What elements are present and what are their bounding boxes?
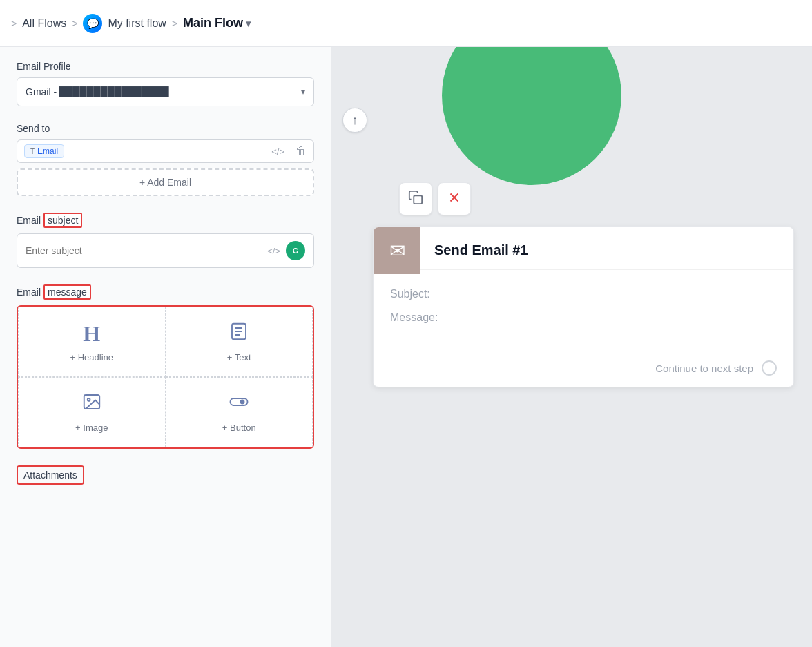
breadcrumb-chevron-1: >	[11, 18, 17, 29]
continue-label: Continue to next step	[655, 363, 753, 374]
image-icon	[81, 392, 102, 417]
email-profile-select[interactable]: Gmail - ████████████████ ▾	[17, 77, 314, 106]
breadcrumb-main-flow[interactable]: Main Flow ▾	[183, 16, 251, 30]
breadcrumb-flow-name[interactable]: My first flow	[108, 17, 166, 30]
headline-icon: H	[83, 321, 100, 347]
email-message-prefix: Email	[17, 287, 41, 298]
content-block-text[interactable]: + Text	[166, 307, 313, 377]
email-message-highlight: message	[44, 284, 91, 300]
email-card: ✉ Send Email #1 Subject: Message: Contin…	[373, 226, 794, 387]
add-email-button[interactable]: + Add Email	[17, 168, 314, 196]
email-card-body: Subject: Message:	[374, 274, 793, 349]
breadcrumb-chevron-3: >	[172, 18, 177, 29]
message-field-row: Message:	[390, 311, 777, 324]
header: > All Flows > 💬 My first flow > Main Flo…	[0, 0, 812, 47]
email-tag-label: Email	[37, 146, 58, 156]
text-label: + Text	[227, 352, 251, 363]
subject-input[interactable]	[26, 245, 262, 256]
svg-rect-8	[414, 195, 422, 204]
email-card-title: Send Email #1	[420, 231, 793, 270]
email-profile-dropdown[interactable]: Gmail - ████████████████	[26, 86, 305, 97]
card-actions	[399, 182, 471, 215]
email-card-footer: Continue to next step	[374, 349, 793, 387]
headline-label: + Headline	[70, 352, 113, 363]
button-label: + Button	[222, 423, 256, 433]
send-to-field[interactable]: T Email </> 🗑	[17, 139, 314, 163]
copy-icon	[408, 190, 423, 209]
email-card-icon-box: ✉	[374, 227, 420, 274]
canvas-up-button[interactable]: ↑	[342, 108, 367, 133]
breadcrumb: > All Flows > 💬 My first flow > Main Flo…	[11, 14, 251, 33]
content-block-image[interactable]: + Image	[18, 377, 166, 447]
svg-point-7	[241, 400, 244, 404]
message-field-label: Message:	[390, 311, 777, 324]
messenger-icon: 💬	[83, 14, 102, 33]
content-block-headline[interactable]: H + Headline	[18, 307, 166, 377]
main-flow-label: Main Flow	[183, 16, 243, 30]
email-subject-highlight: subject	[44, 213, 82, 228]
copy-button[interactable]	[399, 182, 432, 215]
send-to-label: Send to	[17, 123, 314, 134]
send-to-section: Send to T Email </> 🗑 + Add Email	[17, 123, 314, 196]
email-profile-label: Email Profile	[17, 61, 314, 72]
email-tag-type-icon: T	[30, 148, 35, 155]
subject-input-wrapper[interactable]: </> G	[17, 233, 314, 268]
svg-point-5	[88, 398, 90, 401]
dropdown-arrow-icon: ▾	[246, 18, 251, 29]
email-profile-section: Email Profile Gmail - ████████████████ ▾	[17, 61, 314, 106]
button-icon	[229, 392, 249, 417]
svg-rect-6	[231, 398, 248, 405]
email-message-section: Email message H + Headline	[17, 284, 314, 449]
email-tag: T Email	[24, 144, 64, 158]
subject-field-label: Subject:	[390, 288, 777, 300]
email-subject-prefix: Email	[17, 215, 41, 226]
canvas: ↑	[331, 47, 812, 647]
breadcrumb-all-flows[interactable]: All Flows	[22, 17, 66, 30]
code-btn[interactable]: </>	[271, 146, 284, 157]
email-subject-section: Email subject </> G	[17, 213, 314, 268]
envelope-icon: ✉	[389, 240, 405, 262]
email-card-header: ✉ Send Email #1	[374, 227, 793, 274]
content-blocks-grid: H + Headline + Text	[17, 305, 314, 449]
content-block-button[interactable]: + Button	[166, 377, 313, 447]
delete-email-btn[interactable]: 🗑	[296, 145, 307, 157]
attachments-label: Attachments	[23, 470, 77, 481]
subject-code-btn[interactable]: </>	[267, 246, 280, 256]
flow-start-node	[442, 47, 621, 185]
subject-field-row: Subject:	[390, 288, 777, 300]
grammarly-button[interactable]: G	[286, 241, 305, 260]
email-subject-label: Email subject	[17, 213, 314, 228]
text-icon	[229, 321, 249, 347]
image-label: + Image	[75, 423, 108, 433]
email-message-label: Email message	[17, 284, 314, 300]
attachments-section[interactable]: Attachments	[17, 465, 84, 485]
delete-icon	[447, 190, 462, 209]
left-panel: Email Profile Gmail - ████████████████ ▾…	[0, 47, 331, 647]
breadcrumb-chevron-2: >	[72, 18, 77, 29]
delete-button[interactable]	[438, 182, 471, 215]
main-layout: Email Profile Gmail - ████████████████ ▾…	[0, 47, 812, 647]
continue-circle[interactable]	[762, 360, 777, 376]
